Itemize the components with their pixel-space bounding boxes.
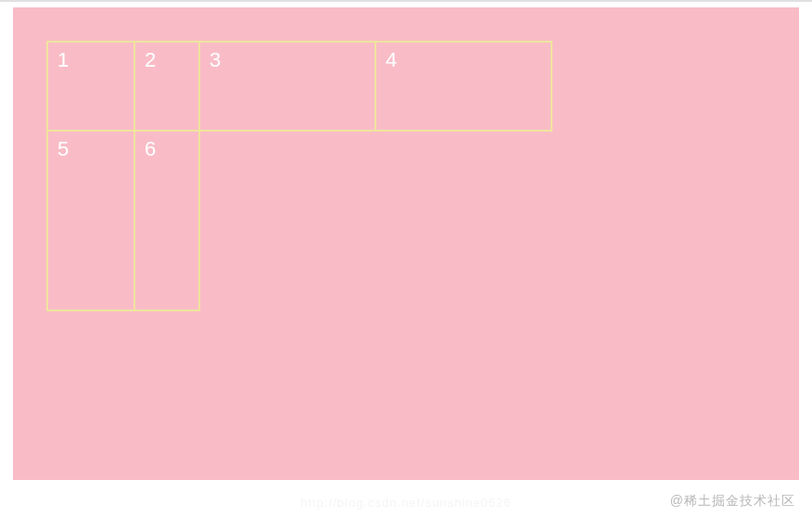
grid-cell-4: 4 <box>374 41 552 132</box>
grid-cell-6: 6 <box>133 130 200 311</box>
cell-label: 4 <box>386 48 397 71</box>
grid-cell-1: 1 <box>46 41 135 132</box>
pink-container: 1 2 3 4 5 6 <box>13 7 799 480</box>
cell-label: 2 <box>145 48 156 71</box>
cell-label: 1 <box>57 48 69 71</box>
top-divider <box>0 0 812 2</box>
grid-cell-2: 2 <box>133 41 200 132</box>
grid-cell-3: 3 <box>198 41 376 132</box>
attribution-watermark: @稀土掘金技术社区 <box>670 493 795 510</box>
cell-label: 3 <box>209 48 221 71</box>
grid-cell-5: 5 <box>46 130 135 311</box>
cell-label: 6 <box>145 137 156 160</box>
url-watermark: http://blog.csdn.net/sunshine0526 <box>300 496 511 510</box>
cell-label: 5 <box>57 137 69 160</box>
grid-layout: 1 2 3 4 5 6 <box>48 43 567 311</box>
